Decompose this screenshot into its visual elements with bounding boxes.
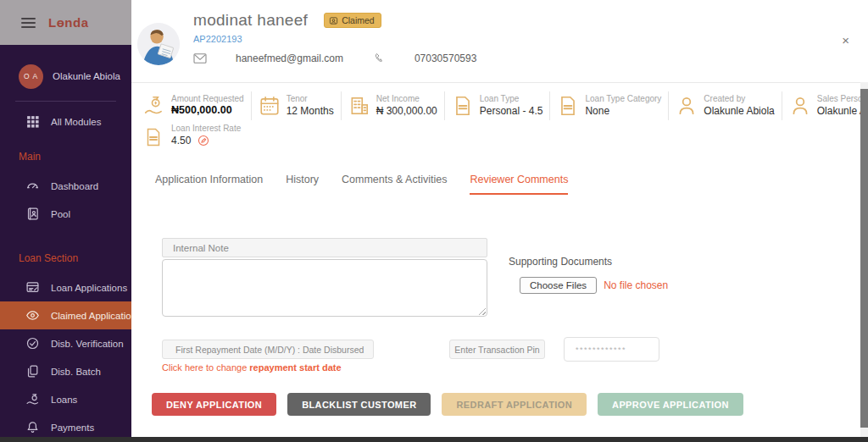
sidebar-item-label: Loans xyxy=(51,395,77,405)
document-icon xyxy=(557,95,579,117)
sidebar-item-label: All Modules xyxy=(51,117,101,127)
document-icon xyxy=(143,126,164,148)
sidebar-item-label: Disb. Batch xyxy=(51,367,101,377)
application-id-link[interactable]: AP2202193 xyxy=(193,34,242,44)
document-icon xyxy=(452,95,474,117)
deny-application-button[interactable]: DENY APPLICATION xyxy=(152,393,276,416)
stat-created-by: Created byOlakunle Abiola xyxy=(668,91,781,120)
loan-stats-row: Amount Requested₦500,000.00 Tenor12 Mont… xyxy=(131,82,860,121)
action-buttons-row: DENY APPLICATION BLACKLIST CUSTOMER REDR… xyxy=(152,393,743,416)
claimed-badge-icon xyxy=(329,16,338,25)
person-icon xyxy=(789,95,811,117)
sidebar-item-loans[interactable]: Loans xyxy=(0,385,131,413)
redraft-application-button[interactable]: REDRAFT APPLICATION xyxy=(442,393,587,416)
stat-loan-type: Loan TypePersonal - 4.5 xyxy=(444,91,550,120)
top-left-bar: Lɵnda xyxy=(0,0,131,45)
detail-tabs: Application Information History Comments… xyxy=(155,174,568,195)
stat-tenor: Tenor12 Months xyxy=(251,91,341,120)
choose-files-button[interactable]: Choose Files xyxy=(520,277,597,294)
supporting-documents-label: Supporting Documents xyxy=(509,256,612,268)
applicant-avatar xyxy=(137,23,180,65)
copy-pages-icon xyxy=(25,364,40,378)
user-avatar: O A xyxy=(19,64,43,89)
sidebar-section-main: Main xyxy=(0,150,131,164)
sidebar-item-disb-verification[interactable]: Disb. Verification xyxy=(0,329,131,357)
sidebar-divider xyxy=(15,101,116,102)
sidebar-item-label: Claimed Applicatio.. xyxy=(51,311,131,321)
blacklist-customer-button[interactable]: BLACKLIST CUSTOMER xyxy=(287,393,431,416)
contact-row: haneefmed@gmail.com 07030570593 xyxy=(193,52,476,64)
check-circle-icon xyxy=(25,336,40,351)
applicant-email: haneefmed@gmail.com xyxy=(236,52,343,64)
building-icon xyxy=(348,95,370,117)
stat-loan-type-category: Loan Type CategoryNone xyxy=(549,91,668,120)
scrollbar-thumb[interactable] xyxy=(860,89,868,428)
status-badge: Claimed xyxy=(324,13,381,28)
tab-application-information[interactable]: Application Information xyxy=(155,174,263,195)
stat-amount-requested: Amount Requested₦500,000.00 xyxy=(131,91,251,120)
sidebar-section-loan: Loan Section xyxy=(0,251,131,266)
tab-reviewer-comments[interactable]: Reviewer Comments xyxy=(470,174,568,195)
tab-history[interactable]: History xyxy=(286,174,319,195)
eye-icon xyxy=(25,308,40,323)
sidebar-item-label: Payments xyxy=(51,423,94,433)
internal-note-textarea[interactable] xyxy=(162,259,487,317)
applicant-phone: 07030570593 xyxy=(415,52,476,64)
address-book-icon xyxy=(25,207,40,221)
no-file-chosen-text: No file chosen xyxy=(604,279,668,291)
dashboard-gauge-icon xyxy=(25,179,40,193)
transaction-pin-input[interactable] xyxy=(564,337,659,362)
sidebar-item-label: Loan Applications xyxy=(51,283,127,293)
stat-loan-interest-rate: Loan Interest Rate 4.50 xyxy=(143,124,241,148)
grid-icon xyxy=(25,114,40,129)
mail-icon xyxy=(193,52,207,64)
sidebar-item-pool[interactable]: Pool xyxy=(0,200,131,228)
sidebar: O A Olakunle Abiola All Modules Main Das… xyxy=(0,45,131,442)
sidebar-item-all-modules[interactable]: All Modules xyxy=(0,108,131,135)
edit-rate-icon[interactable] xyxy=(198,135,209,146)
change-repayment-date-link[interactable]: Click here to change repayment start dat… xyxy=(162,362,342,373)
user-name: Olakunle Abiola xyxy=(53,71,120,81)
sidebar-item-dashboard[interactable]: Dashboard xyxy=(0,172,131,200)
calendar-icon xyxy=(259,95,281,117)
sidebar-item-loan-applications[interactable]: Loan Applications xyxy=(0,273,131,301)
phone-icon xyxy=(372,52,386,64)
sidebar-item-label: Pool xyxy=(51,209,70,219)
sidebar-item-claimed-applications[interactable]: Claimed Applicatio.. xyxy=(0,301,131,329)
first-repayment-date-field[interactable]: First Repayment Date (M/D/Y) : Date Disb… xyxy=(162,340,374,359)
window-bottom-edge xyxy=(0,437,868,442)
sidebar-item-disb-batch[interactable]: Disb. Batch xyxy=(0,357,131,385)
sidebar-item-label: Disb. Verification xyxy=(51,339,124,349)
application-form-icon xyxy=(25,280,40,295)
hamburger-menu-icon[interactable] xyxy=(21,18,36,28)
applicant-name: modinat haneef xyxy=(193,11,308,30)
sidebar-user-menu[interactable]: O A Olakunle Abiola xyxy=(19,64,131,89)
app-logo: Lɵnda xyxy=(48,15,89,30)
transaction-pin-label: Enter Transaction Pin xyxy=(449,340,545,359)
tab-comments-activities[interactable]: Comments & Activities xyxy=(342,174,447,195)
bell-icon xyxy=(25,420,40,434)
approve-application-button[interactable]: APPROVE APPLICATION xyxy=(598,393,743,416)
file-upload-row: Choose Files No file chosen xyxy=(520,277,668,294)
loan-hand-icon xyxy=(25,392,40,406)
vertical-scrollbar[interactable] xyxy=(860,82,868,437)
application-detail-panel: × modinat haneef Claimed AP2202193 hanee… xyxy=(131,0,868,442)
person-icon xyxy=(676,95,698,117)
money-bag-hand-icon xyxy=(143,95,165,117)
sidebar-item-label: Dashboard xyxy=(51,181,98,191)
close-icon[interactable]: × xyxy=(842,34,849,47)
stat-sales-person: Sales PersonOlakunle Abiola xyxy=(782,91,868,120)
internal-note-header: Internal Note xyxy=(162,238,487,257)
stat-net-income: Net Income₦ 300,000.00 xyxy=(341,91,444,120)
